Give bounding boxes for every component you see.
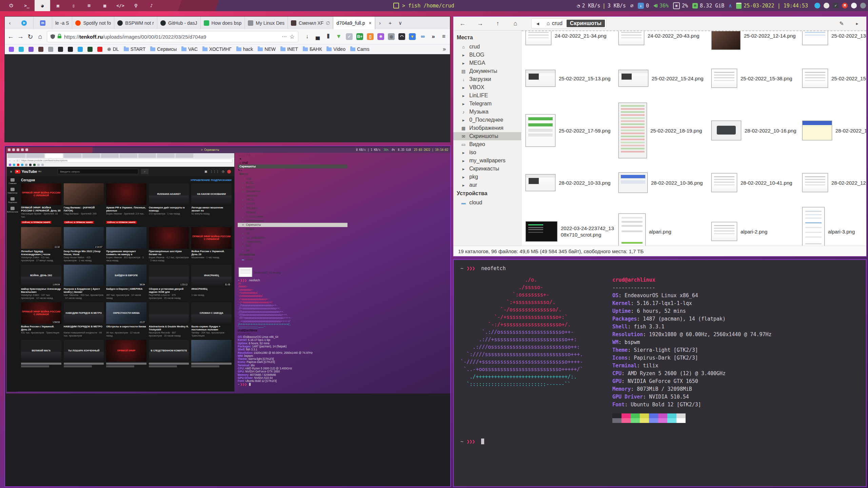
bookmark-START[interactable]: START	[124, 46, 146, 52]
bookmark-favicon-3[interactable]	[38, 47, 43, 52]
forward-button[interactable]: →	[476, 20, 485, 27]
sidebar-item-MEGA[interactable]: ▸MEGA	[453, 59, 521, 67]
browser-tab[interactable]: My Linux Des	[245, 17, 288, 29]
sidebar-item-Скринкасты[interactable]: ▸Скринкасты	[453, 165, 521, 173]
sidebar-item-Загрузки[interactable]: ↓Загрузки	[453, 75, 521, 83]
tab-dropdown-icon[interactable]: ∨	[395, 17, 406, 29]
bookmark-favicon-8[interactable]	[87, 47, 93, 52]
sidebar-item-Видео[interactable]: ▭Видео	[453, 140, 521, 148]
video-download-icon[interactable]: ▼	[335, 33, 342, 40]
file-item[interactable]: alpari-2.png	[709, 204, 800, 246]
manage-subscriptions-link[interactable]: УПРАВЛЕНИЕ ПОДПИСКАМИ	[191, 179, 232, 182]
tray-icon-1[interactable]	[824, 3, 829, 8]
video-card[interactable]: Приговорённые шестёрки бегают поБорис Ив…	[149, 227, 189, 262]
video-card[interactable]: Продавашка запрещает снимать на камеру в…	[106, 227, 146, 262]
search-icon[interactable]: ⌕	[141, 169, 149, 174]
crumb-back-icon[interactable]: ◂	[238, 157, 348, 161]
video-card[interactable]: В СЛЕДСТВЕННОМ КОМИТЕТЕ	[149, 340, 189, 367]
bookmark-VAC[interactable]: VAC	[181, 46, 198, 52]
overflow-icon[interactable]: »	[430, 33, 437, 40]
trash-icon[interactable]: ▯	[367, 33, 374, 40]
more-options-icon[interactable]: ⋯	[282, 34, 287, 40]
sidebar-item-Скриншоты[interactable]: ✉Скриншоты	[238, 223, 348, 227]
sidebar-item-Документы[interactable]: ▤Документы	[453, 67, 521, 75]
menu-icon[interactable]: ≡	[10, 170, 12, 174]
bookmark-INET[interactable]: INET	[280, 46, 298, 52]
file-item[interactable]: 25-02-2022_13-11.png	[800, 30, 866, 57]
video-card[interactable]: ОКРЕСТНОСТИ КИЕВА22:27Обстрелы в окрестн…	[106, 302, 146, 337]
link-icon[interactable]: ∞	[419, 33, 426, 40]
video-card[interactable]: 2:14:47Deep Feelings Mix 2022 | Deep Hou…	[64, 227, 104, 262]
bookmarks-overflow-icon[interactable]: »	[443, 46, 446, 52]
sidebar-item-BLOG[interactable]: ▸BLOG	[238, 181, 348, 185]
video-card[interactable]: Abstractonia & Double Medley ft. Trickys…	[149, 302, 189, 337]
file-item[interactable]: 25-02-2022_12-14.png	[709, 30, 800, 57]
home-button[interactable]: ⌂	[248, 153, 250, 157]
sidebar-item-iso[interactable]: ▸iso	[453, 148, 521, 157]
file-item[interactable]: 25-02-2022_15-24.png	[616, 57, 709, 100]
sidebar-item-aur[interactable]: ▸aur	[238, 248, 348, 252]
crumb-home[interactable]: ⌂crud	[543, 20, 566, 27]
do-not-disturb-icon[interactable]: ∅	[630, 3, 633, 9]
pinned-tab-telegram[interactable]: ➤	[15, 17, 34, 29]
file-item[interactable]: 28-02-2022_10-16.png	[709, 100, 800, 161]
sidebar-item-crud[interactable]: ⌂crud	[238, 177, 348, 181]
download-icon[interactable]: ↓	[304, 33, 311, 40]
browser-tab[interactable]: BSPWM not r	[114, 17, 157, 29]
pinned-tab-mastodon[interactable]: m	[34, 17, 52, 29]
shield-check-icon[interactable]: ✓	[346, 33, 353, 40]
bookmark-star-icon[interactable]: ☆	[290, 33, 295, 40]
file-item[interactable]: 28-02-2022_10-32.png	[800, 100, 866, 161]
home-button[interactable]: ⌂	[511, 20, 520, 27]
browser-tab[interactable]: Spotify not fo	[72, 17, 114, 29]
video-card[interactable]: ВЕЛИКИЙ МАГА	[21, 340, 61, 367]
sidebar-item-MEGA[interactable]: ▸MEGA	[238, 185, 348, 189]
sidebar-item-Музыка[interactable]: ♪Музыка	[453, 108, 521, 116]
sidebar-item-Telegram[interactable]: ▸Telegram	[453, 100, 521, 108]
bookmark-favicon-5[interactable]	[58, 47, 63, 52]
tray-icon-3[interactable]: M	[842, 3, 848, 8]
sidebar-item-BLOG[interactable]: ▸BLOG	[453, 51, 521, 59]
file-item[interactable]: 28-02-2022_10-36.png	[616, 161, 709, 204]
tracking-shield-icon[interactable]	[51, 34, 55, 39]
bookmark-Video[interactable]: Video	[327, 46, 346, 52]
url-bar[interactable]: https://tenkoff.ru/uploads/images/00/00/…	[47, 31, 298, 42]
video-card[interactable]: НА КАКОМ ОСНОВАНИИЛегенда канал мошенник…	[191, 183, 232, 224]
terminal-window[interactable]: ~ ❯❯❯ neofetch ./o. ./sssso- `:osssssss+…	[453, 259, 867, 487]
sidebar-item-Скриншоты[interactable]: ✉Скриншоты	[453, 132, 521, 140]
bookmark-favicon-1[interactable]	[19, 47, 24, 52]
file-item[interactable]: 2022-03-24-223742_1308x710_scrot.png	[524, 204, 616, 246]
youtube-header-icons[interactable]: ▣⋮⋮⋮◷	[204, 170, 231, 174]
file-item[interactable]: 25-02-2022_15-54.png	[800, 57, 866, 100]
bookmark-NEW[interactable]: NEW	[258, 46, 276, 52]
tray-icon-5[interactable]	[860, 3, 866, 8]
back-button[interactable]: ←	[458, 20, 467, 27]
youtube-sidebar[interactable]: ГлавнаяНавигаторПодпискиБиблиотека	[7, 176, 18, 392]
sidebar-item-crud[interactable]: ⌂crud	[453, 43, 521, 51]
workspace-key-icon[interactable]: ⚲	[128, 0, 144, 11]
forward-button[interactable]: →	[17, 33, 24, 40]
sidebar-item-Изображения[interactable]: ▦Изображения	[238, 219, 348, 223]
sidebar-item-cloud[interactable]: ▬cloud	[238, 257, 348, 261]
file-item[interactable]: alpari-3.png	[800, 204, 866, 246]
crumb-current[interactable]: Скриншоты	[238, 165, 348, 168]
browser-tab[interactable]: GitHub - dasJ	[157, 17, 201, 29]
tray-icon-4[interactable]	[851, 3, 857, 8]
sidebar-item-Документы[interactable]: ▤Документы	[238, 189, 348, 193]
youtube-search-input[interactable]: Введите запрос	[58, 169, 138, 174]
up-button[interactable]: ↑	[493, 20, 502, 27]
badger-icon[interactable]: ◠	[398, 33, 405, 40]
file-item[interactable]: 28-02-2022_12-52.png	[800, 161, 866, 204]
terminal-prompt[interactable]: ~ ❯❯❯	[460, 439, 859, 445]
snowflake-icon[interactable]: ✳	[377, 33, 384, 40]
yt-sidebar-Главная[interactable]: Главная	[7, 178, 18, 184]
yt-sidebar-Подписки[interactable]: Подписки	[7, 197, 18, 203]
edit-path-icon[interactable]: ✎	[238, 168, 240, 171]
video-card[interactable]: ПРЯМОЙ ЭФИР ВОЙНА РОССИИ С УКРАИНОЙ1:59:…	[21, 302, 61, 337]
sidebar-item-VBOX[interactable]: ▸VBOX	[238, 198, 348, 202]
bookmark-Сервисы[interactable]: Сервисы	[150, 46, 177, 52]
crumb-forward-icon[interactable]: ▸	[853, 21, 862, 26]
sidebar-item-my_wallpapers[interactable]: ▸my_wallpapers	[238, 236, 348, 240]
menu-icon[interactable]: ≡	[440, 33, 447, 40]
video-card[interactable]: Армия РФ в Украине. Пленные, раненыеБори…	[106, 183, 146, 224]
